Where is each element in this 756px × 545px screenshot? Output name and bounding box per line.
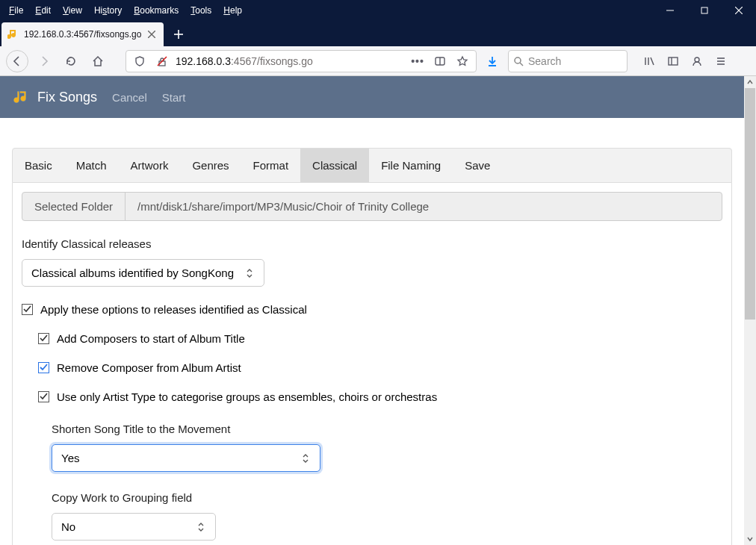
svg-point-12 <box>515 57 521 63</box>
nav-forward-button[interactable] <box>33 50 55 72</box>
music-note-icon <box>13 88 31 106</box>
menu-bookmarks[interactable]: Bookmarks <box>128 2 185 19</box>
downloads-button[interactable] <box>481 50 504 72</box>
tab-format[interactable]: Format <box>241 149 301 182</box>
tab-favicon-icon <box>7 28 19 40</box>
account-icon[interactable] <box>686 50 708 72</box>
url-text: 192.168.0.3:4567/fixsongs.go <box>176 55 404 67</box>
identify-label: Identify Classical releases <box>22 237 722 250</box>
selected-folder-label: Selected Folder <box>22 193 126 220</box>
menu-file[interactable]: File <box>3 2 29 19</box>
shorten-title-value: Yes <box>61 452 79 464</box>
apply-classical-label: Apply these options to releases identifi… <box>40 303 307 316</box>
tab-basic[interactable]: Basic <box>13 149 64 182</box>
browser-menubar: File Edit View History Bookmarks Tools H… <box>0 0 756 21</box>
page-viewport: Fix Songs Cancel Start Basic Match Artwo… <box>0 76 756 545</box>
vertical-scrollbar[interactable] <box>744 76 756 545</box>
selected-folder-path: /mnt/disk1/share/import/MP3/Music/Choir … <box>126 193 722 220</box>
scroll-up-arrow-icon[interactable] <box>744 76 756 88</box>
menu-edit[interactable]: Edit <box>29 2 57 19</box>
tab-match[interactable]: Match <box>64 149 119 182</box>
app-brand: Fix Songs <box>13 88 97 106</box>
tab-file-naming[interactable]: File Naming <box>369 149 453 182</box>
copywork-value: No <box>61 520 75 533</box>
remove-composer-checkbox[interactable] <box>38 362 49 373</box>
app-menu-button[interactable] <box>710 50 732 72</box>
svg-line-13 <box>520 63 523 66</box>
artist-type-checkbox[interactable] <box>38 391 49 402</box>
app-header: Fix Songs Cancel Start <box>0 76 744 118</box>
start-link[interactable]: Start <box>162 91 186 104</box>
artist-type-checkbox-row[interactable]: Use only Artist Type to categorise group… <box>38 390 722 403</box>
scroll-down-arrow-icon[interactable] <box>744 533 756 545</box>
svg-rect-1 <box>701 7 707 13</box>
tab-content-classical: Selected Folder /mnt/disk1/share/import/… <box>12 183 732 545</box>
nav-reload-button[interactable] <box>60 50 82 72</box>
browser-tabstrip: 192.168.0.3:4567/fixsongs.go <box>0 21 756 46</box>
nav-home-button[interactable] <box>87 50 109 72</box>
tab-close-button[interactable] <box>146 28 158 40</box>
tab-genres[interactable]: Genres <box>180 149 241 182</box>
bookmark-star-icon[interactable] <box>453 52 471 70</box>
chevron-updown-icon <box>302 454 311 463</box>
svg-line-16 <box>651 57 654 65</box>
toolbar-right-icons <box>638 50 732 72</box>
window-maximize-button[interactable] <box>687 0 722 21</box>
settings-tabs: Basic Match Artwork Genres Format Classi… <box>12 148 732 183</box>
remove-composer-checkbox-row[interactable]: Remove Composer from Album Artist <box>38 361 722 374</box>
shield-icon <box>131 52 149 70</box>
tab-artwork[interactable]: Artwork <box>119 149 181 182</box>
copywork-select[interactable]: No <box>52 513 216 541</box>
add-composer-checkbox[interactable] <box>38 333 49 344</box>
identify-select[interactable]: Classical albums identified by SongKong <box>22 259 264 287</box>
app-title: Fix Songs <box>37 90 97 105</box>
menu-history[interactable]: History <box>88 2 128 19</box>
svg-point-19 <box>695 57 699 62</box>
search-icon <box>513 56 524 66</box>
browser-tab[interactable]: 192.168.0.3:4567/fixsongs.go <box>1 22 164 46</box>
add-composer-label: Add Composers to start of Album Title <box>57 332 245 345</box>
new-tab-button[interactable] <box>167 22 190 46</box>
tab-save[interactable]: Save <box>453 149 502 182</box>
window-controls <box>653 0 756 21</box>
sidebar-icon[interactable] <box>662 50 684 72</box>
scrollbar-thumb[interactable] <box>745 88 755 320</box>
chevron-updown-icon <box>246 269 255 278</box>
artist-type-label: Use only Artist Type to categorise group… <box>57 390 437 403</box>
search-placeholder: Search <box>528 55 561 67</box>
remove-composer-label: Remove Composer from Album Artist <box>57 361 241 374</box>
menu-tools[interactable]: Tools <box>185 2 217 19</box>
apply-classical-checkbox-row[interactable]: Apply these options to releases identifi… <box>22 303 722 316</box>
window-close-button[interactable] <box>722 0 756 21</box>
menu-help[interactable]: Help <box>217 2 248 19</box>
cancel-link[interactable]: Cancel <box>112 91 147 104</box>
apply-classical-checkbox[interactable] <box>22 304 33 315</box>
browser-tab-title: 192.168.0.3:4567/fixsongs.go <box>24 29 141 40</box>
add-composer-checkbox-row[interactable]: Add Composers to start of Album Title <box>38 332 722 345</box>
menu-view[interactable]: View <box>57 2 88 19</box>
shorten-title-label: Shorten Song Title to the Movement <box>52 423 722 435</box>
more-icon[interactable]: ••• <box>409 52 427 70</box>
search-bar[interactable]: Search <box>508 50 628 72</box>
copywork-label: Copy Work to Grouping field <box>52 491 722 504</box>
selected-folder-row: Selected Folder /mnt/disk1/share/import/… <box>22 192 722 221</box>
tracking-icon[interactable] <box>431 52 449 70</box>
tab-classical[interactable]: Classical <box>300 149 369 182</box>
shorten-title-select[interactable]: Yes <box>52 444 320 472</box>
nav-back-button[interactable] <box>6 50 28 72</box>
svg-rect-17 <box>669 57 678 65</box>
library-icon[interactable] <box>638 50 660 72</box>
browser-toolbar: 192.168.0.3:4567/fixsongs.go ••• Search <box>0 46 756 76</box>
lock-disabled-icon <box>153 52 171 70</box>
identify-select-value: Classical albums identified by SongKong <box>31 267 234 279</box>
chevron-updown-icon <box>197 523 206 532</box>
window-minimize-button[interactable] <box>653 0 687 21</box>
url-bar[interactable]: 192.168.0.3:4567/fixsongs.go ••• <box>126 50 477 72</box>
